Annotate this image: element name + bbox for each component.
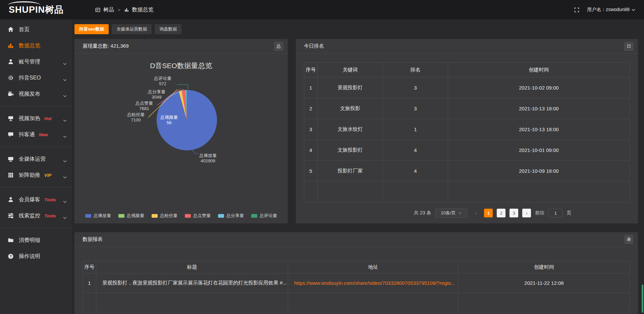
breadcrumb-current: 数据总览 — [132, 6, 154, 13]
day-view-button[interactable]: 日 — [625, 42, 633, 51]
sidebar-item-member-burst[interactable]: 会员爆客 Tools — [0, 192, 72, 208]
chevron-down-icon — [63, 133, 67, 139]
folder-icon — [7, 237, 14, 244]
table-view-button[interactable]: 表 — [625, 235, 633, 244]
sidebar-item-video-publish[interactable]: 视频发布 — [0, 86, 72, 102]
person-icon — [7, 196, 14, 203]
monitor-icon — [7, 156, 14, 162]
legend-item-fans[interactable]: 总粉丝量 — [152, 213, 177, 219]
tab-inquiry-data[interactable]: 询盘数据 — [155, 24, 181, 34]
table-row: 4 文旅投影灯 4 2021-10-01 09:00 — [304, 140, 630, 161]
table-row: 5 投影灯厂家 4 2021-10-09 18:00 — [304, 161, 630, 181]
vip-badge: VIP — [44, 173, 51, 178]
prev-page-button[interactable]: ‹ — [471, 209, 480, 217]
chevron-down-icon — [63, 60, 67, 66]
fullscreen-icon[interactable] — [574, 7, 580, 13]
board-icon — [95, 7, 100, 12]
pie-label-shares: 总分享量3049 — [142, 89, 172, 100]
goto-suffix: 页 — [567, 210, 571, 216]
sidebar-divider — [0, 106, 72, 106]
chat-bubble-icon — [7, 131, 14, 138]
label-line-comments — [177, 85, 188, 89]
sidebar-item-lead-monitor[interactable]: 线索监控 Tools — [0, 208, 72, 224]
report-panel: 数据报表 表 序号 标题 地址 创建时间 1 景观投影灯，夜游景观投影灯厂家展示… — [74, 232, 638, 314]
tools-badge: Tools — [44, 213, 56, 218]
video-link[interactable]: https://www.iesdouyin.com/share/video/70… — [294, 280, 455, 286]
table-header-row: 序号 标题 地址 创建时间 — [83, 261, 630, 273]
tab-douyin-seo[interactable]: 抖音seo数据 — [74, 24, 109, 34]
chevron-down-icon — [63, 198, 67, 204]
page-size-select[interactable]: 10条/页 — [435, 208, 467, 218]
sidebar-item-video-heat[interactable]: 视频加热 Hot — [0, 110, 72, 126]
sidebar-item-home[interactable]: 首页 — [0, 21, 72, 38]
chart-legend: 总播放量 总视频量 总粉丝量 总点赞量 总分享量 总评论量 — [74, 213, 288, 219]
ranking-panel: 今日排名 日 序号 关键词 排名 创建时间 1 景观投影灯 3 2021-10-… — [296, 39, 638, 223]
video-camera-icon — [7, 91, 14, 97]
app-logo[interactable]: SHUPIN树品 — [0, 0, 72, 19]
sidebar-item-matrix-boost[interactable]: 矩阵助推 VIP — [0, 167, 72, 183]
sidebar-divider — [0, 187, 72, 188]
table-header-row: 序号 关键词 排名 创建时间 — [304, 63, 630, 77]
breadcrumb-root[interactable]: 树品 — [103, 6, 114, 13]
report-row-title: 景观投影灯，夜游景观投影灯厂家展示展示落花灯在花园里的灯光投影应用效果 #... — [96, 273, 288, 293]
pie-label-videos: 总视频量58 — [154, 115, 184, 125]
bar-chart-icon — [124, 7, 129, 12]
breadcrumb: 树品 > 数据总览 — [95, 6, 154, 13]
sidebar-item-doukertong[interactable]: 抖客通 New — [0, 126, 72, 143]
hot-badge: Hot — [44, 116, 52, 121]
report-title: 数据报表 — [83, 236, 103, 243]
sidebar-divider — [0, 147, 72, 147]
pagination: 共 23 条 10条/页 ‹ 1 2 3 › 前往 页 — [414, 208, 571, 218]
sidebar-item-help[interactable]: ? 操作说明 — [0, 248, 72, 264]
next-page-button[interactable]: › — [522, 209, 531, 217]
page-button-3[interactable]: 3 — [509, 209, 518, 217]
total-view-button[interactable]: 总 — [274, 42, 283, 51]
pagination-total: 共 23 条 — [414, 210, 431, 216]
goto-page-input[interactable] — [548, 209, 562, 217]
user-icon — [7, 58, 14, 65]
ranking-table: 序号 关键词 排名 创建时间 1 景观投影灯 3 2021-10-02 09:0… — [304, 62, 630, 202]
ranking-title: 今日排名 — [304, 43, 324, 49]
chevron-down-icon — [63, 76, 67, 83]
sidebar-item-douyin-seo[interactable]: 抖音SEO — [0, 70, 72, 86]
legend-item-shares[interactable]: 总分享量 — [218, 213, 244, 219]
chevron-down-icon — [63, 158, 67, 164]
pie-label-likes: 总点赞量7681 — [129, 101, 159, 111]
chevron-down-icon — [63, 174, 67, 180]
table-row: 3 文旅水纹灯 1 2021-10-13 18:00 — [304, 119, 630, 140]
tools-badge: Tools — [44, 197, 56, 202]
page-button-2[interactable]: 2 — [497, 209, 505, 217]
data-source-tabs: 抖音seo数据 全媒体运营数据 询盘数据 — [74, 24, 638, 34]
table-row-empty — [304, 181, 630, 202]
sidebar-item-data-overview[interactable]: 数据总览 — [0, 38, 72, 54]
sidebar-item-omnimedia[interactable]: 全媒体运营 — [0, 151, 72, 167]
chevron-down-icon — [632, 9, 635, 11]
legend-item-likes[interactable]: 总点赞量 — [185, 213, 211, 219]
scrollbar-thumb[interactable] — [642, 284, 643, 313]
username-label: 用户名：zswodun88 — [587, 7, 630, 13]
table-row: 2 文旅投影 3 2021-10-13 18:00 — [304, 98, 630, 119]
user-menu[interactable]: 用户名：zswodun88 — [587, 7, 635, 13]
sidebar-item-spend-detail[interactable]: 消费明细 — [0, 232, 72, 248]
seo-pie-chart: D音SEO数据量总览 总评论量572 总分享量3049 总点赞量7681 — [74, 54, 288, 223]
table-row: 1 景观投影灯，夜游景观投影灯厂家展示展示落花灯在花园里的灯光投影应用效果 #.… — [83, 273, 630, 293]
pie-label-fans: 总粉丝量7100 — [121, 112, 151, 123]
table-row: 1 景观投影灯 3 2021-10-02 09:00 — [304, 77, 630, 98]
logo-arc — [8, 1, 40, 9]
sidebar-divider — [0, 228, 72, 228]
breadcrumb-separator: > — [118, 7, 120, 12]
legend-item-plays[interactable]: 总播放量 — [85, 213, 111, 219]
legend-item-comments[interactable]: 总评论量 — [251, 213, 277, 219]
chevron-down-icon — [63, 117, 67, 123]
top-header: SHUPIN树品 树品 > 数据总览 用户名：zswodun88 — [0, 0, 644, 19]
sidebar-item-account[interactable]: 账号管理 — [0, 54, 72, 70]
page-button-1[interactable]: 1 — [484, 209, 493, 217]
pie-label-comments: 总评论量572 — [148, 76, 178, 87]
impressions-total: 展现量总数: 421,369 — [83, 43, 129, 49]
home-icon — [7, 26, 14, 33]
legend-item-videos[interactable]: 总视频量 — [118, 213, 144, 219]
sliders-icon — [7, 212, 14, 219]
question-circle-icon: ? — [7, 253, 14, 260]
tab-omnimedia-data[interactable]: 全媒体运营数据 — [112, 24, 152, 34]
chevron-down-icon — [63, 93, 67, 99]
